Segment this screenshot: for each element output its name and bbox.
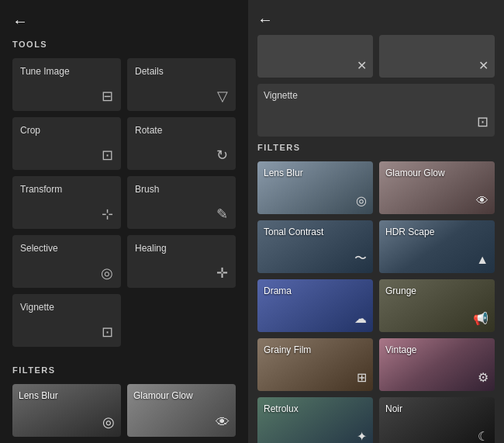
tool-healing[interactable]: Healing ✛: [127, 235, 236, 288]
filters-section-title-left: FILTERS: [12, 365, 236, 375]
filter-drama-right[interactable]: Drama ☁: [257, 279, 373, 332]
tool-selective[interactable]: Selective ◎: [12, 235, 121, 288]
tool-vignette-icon: ⊡: [20, 324, 113, 341]
tool-rotate[interactable]: Rotate ↻: [127, 117, 236, 170]
filter-vintage-icon-right: ⚙: [478, 370, 488, 385]
filter-grunge-right[interactable]: Grunge 📢: [379, 279, 495, 332]
tool-transform-label: Transform: [20, 184, 113, 195]
tool-rotate-icon: ↻: [135, 147, 228, 164]
right-vignette-card[interactable]: Vignette ⊡: [257, 84, 495, 137]
right-vignette-label: Vignette: [264, 90, 298, 101]
filter-retrolux-right[interactable]: Retrolux ✦: [257, 397, 373, 443]
tool-selective-icon: ◎: [20, 265, 113, 282]
filter-drama-icon-right: ☁: [354, 311, 367, 326]
filter-lens-blur-label-left: Lens Blur: [19, 390, 58, 401]
filters-section-title-right: FILTERS: [257, 143, 495, 152]
filter-glamour-glow-right[interactable]: Glamour Glow 👁: [379, 161, 495, 214]
filter-glamour-glow-left[interactable]: Glamour Glow 👁: [127, 384, 236, 437]
tool-crop-icon: ⊡: [20, 147, 113, 164]
filter-lens-blur-icon-right: ◎: [356, 193, 367, 208]
right-header: ←: [257, 0, 495, 35]
filter-hdr-scape-icon-right: ▲: [476, 253, 488, 267]
tool-brush[interactable]: Brush ✎: [127, 176, 236, 229]
filter-grunge-icon-right: 📢: [473, 311, 488, 326]
filter-glamour-glow-icon-left: 👁: [216, 414, 230, 431]
right-vignette-icon: ⊡: [477, 113, 488, 130]
filter-lens-blur-right[interactable]: Lens Blur ◎: [257, 161, 373, 214]
tool-tune-image-label: Tune Image: [20, 66, 113, 77]
tool-details-label: Details: [135, 66, 228, 77]
back-arrow-left[interactable]: ←: [12, 12, 28, 30]
tool-details-icon: ▽: [135, 88, 228, 105]
filter-tonal-contrast-icon-right: 〜: [354, 251, 367, 267]
tool-healing-icon: ✛: [135, 265, 228, 282]
right-top-filters: ✕ ✕: [257, 35, 495, 78]
filter-noir-icon-right: ☾: [478, 429, 488, 443]
tool-selective-label: Selective: [20, 243, 113, 254]
tool-crop-label: Crop: [20, 125, 113, 136]
right-top-card-right-icon: ✕: [478, 58, 488, 73]
filter-hdr-scape-right[interactable]: HDR Scape ▲: [379, 220, 495, 273]
filter-grainy-film-icon-right: ⊞: [357, 370, 367, 385]
filter-grunge-label-right: Grunge: [385, 286, 416, 296]
tools-grid: Tune Image ⊟ Details ▽ Crop ⊡ Rotate ↻ T…: [12, 58, 236, 347]
filter-noir-label-right: Noir: [385, 403, 402, 414]
filters-grid-left: Lens Blur ◎ Glamour Glow 👁 Tonal Contras…: [12, 384, 236, 443]
filter-noir-right[interactable]: Noir ☾: [379, 397, 495, 443]
tool-tune-image-icon: ⊟: [20, 88, 113, 105]
tool-brush-label: Brush: [135, 184, 228, 195]
tool-vignette-label: Vignette: [20, 302, 113, 313]
filter-vintage-right[interactable]: Vintage ⚙: [379, 338, 495, 391]
filter-lens-blur-icon-left: ◎: [102, 414, 115, 431]
tool-rotate-label: Rotate: [135, 125, 228, 136]
filter-drama-label-right: Drama: [264, 286, 292, 296]
filter-lens-blur-label-right: Lens Blur: [264, 168, 303, 178]
tool-transform[interactable]: Transform ⊹: [12, 176, 121, 229]
filter-hdr-scape-label-right: HDR Scape: [385, 227, 434, 237]
right-top-card-left-icon: ✕: [357, 58, 367, 73]
filter-glamour-glow-label-left: Glamour Glow: [133, 390, 193, 401]
filter-grainy-film-label-right: Grainy Film: [264, 344, 311, 355]
filter-tonal-contrast-right[interactable]: Tonal Contrast 〜: [257, 220, 373, 273]
tool-transform-icon: ⊹: [20, 206, 113, 223]
right-filters-grid: Lens Blur ◎ Glamour Glow 👁 Tonal Contras…: [257, 161, 495, 443]
filter-grainy-film-right[interactable]: Grainy Film ⊞: [257, 338, 373, 391]
filter-glamour-glow-icon-right: 👁: [476, 194, 488, 208]
filter-lens-blur-left[interactable]: Lens Blur ◎: [12, 384, 121, 437]
tool-brush-icon: ✎: [135, 206, 228, 223]
right-top-card-left[interactable]: ✕: [257, 35, 373, 78]
filter-retrolux-icon-right: ✦: [357, 429, 367, 443]
filter-glamour-glow-label-right: Glamour Glow: [385, 168, 445, 178]
filter-vintage-label-right: Vintage: [385, 344, 416, 355]
right-panel: ← ✕ ✕ Vignette ⊡ FILTERS Lens Blur ◎ Gla…: [248, 0, 504, 443]
filter-tonal-contrast-label-right: Tonal Contrast: [264, 227, 323, 237]
tool-tune-image[interactable]: Tune Image ⊟: [12, 58, 121, 111]
tool-healing-label: Healing: [135, 243, 228, 254]
tools-section-title: TOOLS: [12, 40, 236, 49]
filter-retrolux-label-right: Retrolux: [264, 403, 299, 414]
tool-vignette[interactable]: Vignette ⊡: [12, 294, 121, 347]
left-panel: ← TOOLS Tune Image ⊟ Details ▽ Crop ⊡ Ro…: [0, 0, 248, 443]
right-top-card-right[interactable]: ✕: [379, 35, 495, 78]
tool-details[interactable]: Details ▽: [127, 58, 236, 111]
tool-crop[interactable]: Crop ⊡: [12, 117, 121, 170]
back-arrow-right[interactable]: ←: [257, 11, 273, 29]
